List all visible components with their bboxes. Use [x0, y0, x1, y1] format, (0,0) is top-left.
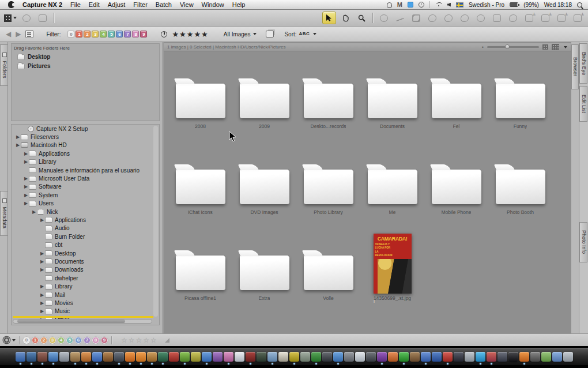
- tree-row[interactable]: ▶ Library: [12, 282, 159, 290]
- label-circle[interactable]: 4: [58, 337, 65, 344]
- tree-row[interactable]: ▶ Capture NX 2 Setup: [12, 125, 159, 133]
- tree-row[interactable]: ▶ Applications: [12, 216, 159, 224]
- dock-icon[interactable]: [202, 352, 212, 362]
- dock-icon[interactable]: [289, 352, 299, 362]
- tree-row[interactable]: ▶ dwhelper: [12, 274, 159, 282]
- dock-icon[interactable]: [37, 352, 47, 362]
- dock-icon[interactable]: [399, 352, 409, 362]
- dock-icon[interactable]: [213, 352, 223, 362]
- browser-item[interactable]: CAMARADA! TRABAJA Y LUCHA POR LA REVOLUC…: [360, 231, 424, 317]
- info-badge[interactable]: i: [374, 298, 375, 304]
- tree-row[interactable]: ▶ Macintosh HD: [12, 141, 159, 149]
- dock-icon[interactable]: [388, 352, 398, 362]
- dock-icon[interactable]: [278, 352, 288, 362]
- dock-icon[interactable]: [92, 352, 102, 362]
- browser-item[interactable]: Photo Booth: [488, 145, 552, 231]
- label-chip[interactable]: 4: [100, 31, 107, 37]
- tree-row[interactable]: ▶ cbt: [12, 241, 159, 249]
- menu-item[interactable]: Help: [232, 1, 246, 8]
- thumbnail-grid-button[interactable]: [3, 12, 17, 24]
- dock-icon[interactable]: [235, 352, 244, 362]
- dock-icon[interactable]: [224, 352, 233, 362]
- menu-item[interactable]: Batch: [156, 1, 172, 8]
- menu-item[interactable]: Edit: [89, 1, 100, 8]
- back-arrow-icon[interactable]: ◀: [6, 30, 11, 38]
- disabled-tool-button[interactable]: [442, 12, 455, 24]
- horizontal-scrollbar[interactable]: [13, 319, 152, 324]
- settings-gear-button[interactable]: [3, 337, 16, 343]
- battery-icon[interactable]: [510, 2, 518, 7]
- browser-item[interactable]: Deskto...records: [296, 59, 360, 145]
- favorite-folder-item[interactable]: Pictures: [12, 61, 159, 70]
- tree-row[interactable]: ▶ Nick: [12, 208, 159, 216]
- label-circle[interactable]: 3: [49, 337, 56, 344]
- wifi-icon[interactable]: [435, 2, 442, 7]
- resize-grip[interactable]: [165, 338, 169, 343]
- disclosure-triangle-icon[interactable]: ▶: [39, 284, 45, 289]
- disabled-tool-button[interactable]: [409, 12, 423, 24]
- label-chip[interactable]: 5: [108, 31, 115, 37]
- browser-item[interactable]: 2008: [168, 59, 232, 145]
- open-image-button[interactable]: [36, 12, 50, 24]
- menu-item[interactable]: File: [70, 1, 81, 8]
- menu-item[interactable]: Adjust: [108, 1, 126, 8]
- label-chip[interactable]: 3: [92, 31, 99, 37]
- dock-icon[interactable]: [432, 352, 442, 362]
- dock-icon[interactable]: [311, 352, 321, 362]
- browser-item[interactable]: Funny: [488, 59, 552, 145]
- dock-icon[interactable]: [147, 352, 157, 362]
- disclosure-triangle-icon[interactable]: ▶: [23, 193, 29, 198]
- dock-icon[interactable]: [16, 352, 25, 362]
- dock-icon[interactable]: [344, 352, 354, 362]
- menu-item[interactable]: Filter: [133, 1, 147, 8]
- rating-stars-filter[interactable]: ★★★★★: [172, 30, 208, 39]
- spotlight-icon[interactable]: [577, 2, 582, 7]
- label-chip[interactable]: 0: [67, 31, 74, 37]
- label-circle[interactable]: 7: [84, 337, 91, 344]
- select-tool-button[interactable]: [322, 12, 336, 24]
- dock-icon[interactable]: [530, 352, 540, 362]
- browser-item[interactable]: Extra: [232, 231, 296, 317]
- thumbnail-size-slider[interactable]: [487, 46, 539, 48]
- dock-icon[interactable]: [114, 352, 124, 362]
- disabled-tool-button[interactable]: [393, 12, 407, 24]
- dock-icon[interactable]: [487, 352, 496, 362]
- disclosure-triangle-icon[interactable]: ▶: [39, 301, 45, 306]
- browser-item[interactable]: Mobile Phone: [424, 145, 488, 231]
- dock-icon[interactable]: [377, 352, 387, 362]
- tab-folders[interactable]: Folders: [0, 44, 8, 86]
- tree-row[interactable]: ▶ Burn Folder: [12, 232, 159, 241]
- large-grid-view-icon[interactable]: [552, 44, 559, 50]
- browser-item[interactable]: DVD Images: [232, 145, 296, 231]
- disclosure-triangle-icon[interactable]: ▶: [39, 217, 45, 223]
- tab-metadata[interactable]: Metadata: [0, 191, 8, 236]
- tree-row[interactable]: ▶ Software: [12, 183, 159, 191]
- tree-row[interactable]: ▶ Manuales e información para el usuario: [12, 166, 159, 174]
- disabled-tool-button[interactable]: [458, 12, 472, 24]
- browser-item[interactable]: Photo Library: [296, 145, 360, 231]
- disabled-tool-button[interactable]: [522, 12, 536, 24]
- time-machine-icon[interactable]: [419, 2, 424, 7]
- label-chip[interactable]: 9: [140, 31, 147, 37]
- dock-icon[interactable]: [333, 352, 343, 362]
- dock-icon[interactable]: [563, 352, 573, 362]
- disclosure-triangle-icon[interactable]: ▶: [23, 184, 29, 189]
- disclosure-triangle-icon[interactable]: ▶: [39, 259, 45, 264]
- disclosure-triangle-icon[interactable]: ▶: [39, 309, 45, 314]
- rating-clock-icon[interactable]: [161, 31, 167, 37]
- label-chip[interactable]: 7: [124, 31, 131, 37]
- favorite-folders-box[interactable]: Drag Favorite Folders Here Desktop Pictu…: [11, 43, 160, 121]
- browser-item[interactable]: iChat Icons: [168, 145, 232, 231]
- sort-dropdown[interactable]: Sort: ABC: [284, 31, 316, 37]
- tree-row[interactable]: ▶ Audio: [12, 224, 159, 232]
- dock-icon[interactable]: [70, 352, 80, 362]
- menu-item[interactable]: View: [180, 1, 194, 8]
- browser-item[interactable]: Fel: [424, 59, 488, 145]
- dock-icon[interactable]: [81, 352, 91, 362]
- dock-icon[interactable]: [410, 352, 420, 362]
- disclosure-triangle-icon[interactable]: ▶: [23, 151, 29, 156]
- dock-icon[interactable]: [497, 352, 507, 362]
- tree-row[interactable]: ▶ Microsoft User Data: [12, 174, 159, 182]
- label-chip[interactable]: 8: [132, 31, 139, 37]
- label-circle[interactable]: 0: [23, 337, 30, 344]
